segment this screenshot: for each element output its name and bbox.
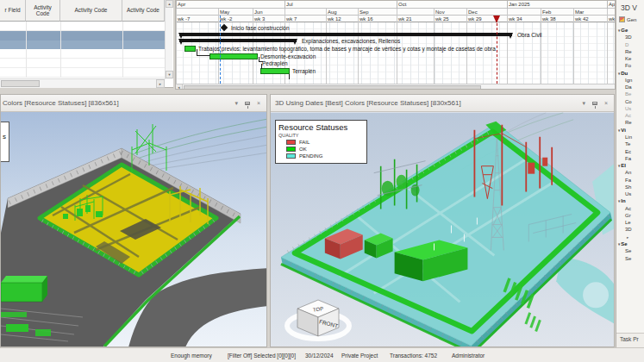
- table-row[interactable]: [0, 68, 165, 78]
- property-row[interactable]: D: [616, 41, 644, 48]
- panel-menu-icon[interactable]: ▾: [582, 95, 585, 111]
- right-3d-panel-header[interactable]: 3D Using Dates [Best] Colors [Resource S…: [271, 95, 614, 112]
- timeline-week-label: wk 38: [542, 16, 556, 22]
- property-row[interactable]: Se: [616, 247, 644, 254]
- right-3d-viewport[interactable]: Resource Statuses QUALITY FAILOKPENDING …: [271, 112, 614, 346]
- panel-pin-icon[interactable]: [245, 102, 250, 105]
- property-row[interactable]: Co: [616, 98, 644, 105]
- property-row[interactable]: Re: [616, 48, 644, 55]
- status-color-swatch: [286, 153, 296, 159]
- deadline-line: [497, 23, 497, 84]
- month-gridline: [573, 9, 574, 84]
- timeline-month-label: Jun: [254, 9, 263, 15]
- property-row[interactable]: Lin: [616, 134, 644, 140]
- property-row[interactable]: Us: [616, 105, 644, 112]
- column-header[interactable]: Activity Code: [60, 0, 122, 22]
- expand-icon[interactable]: ▾: [618, 242, 620, 247]
- scroll-left-icon[interactable]: ◂: [176, 84, 183, 90]
- table-vertical-scrollbar[interactable]: ▲ ▼: [165, 0, 172, 79]
- tab-general[interactable]: Gen: [619, 16, 636, 22]
- column-header[interactable]: Activity Code: [26, 0, 60, 22]
- panel-menu-icon[interactable]: ▾: [234, 95, 238, 111]
- expand-icon[interactable]: ▾: [618, 28, 620, 33]
- property-group[interactable]: ▾Se: [616, 240, 644, 247]
- property-row[interactable]: 3D: [616, 34, 644, 41]
- view-cube[interactable]: TOP FRONT: [283, 293, 353, 345]
- property-row[interactable]: Be: [616, 90, 644, 97]
- left-3d-viewport[interactable]: s: [1, 112, 266, 346]
- property-group[interactable]: ▾In: [616, 197, 644, 204]
- timeline-month-label: Dec: [468, 9, 478, 15]
- substation-3d-scene-actual[interactable]: [1, 112, 266, 346]
- table-row[interactable]: [0, 59, 165, 68]
- property-row[interactable]: Gr: [616, 212, 644, 219]
- table-horizontal-scrollbar[interactable]: ▸: [0, 78, 165, 88]
- activity-table-body[interactable]: [0, 22, 165, 78]
- month-gridline: [541, 9, 541, 84]
- property-row[interactable]: ▸: [616, 234, 644, 240]
- timeline-week-label: wk 12: [328, 16, 341, 22]
- property-row[interactable]: Te: [616, 140, 644, 147]
- legend-item: FAIL: [286, 140, 364, 145]
- property-row[interactable]: Ec: [616, 148, 644, 155]
- scroll-down-icon[interactable]: ▼: [166, 71, 173, 78]
- panel-pin-icon[interactable]: [592, 102, 597, 105]
- panel-close-icon[interactable]: ×: [604, 95, 608, 111]
- scroll-thumb[interactable]: [1, 80, 40, 87]
- scroll-right-icon[interactable]: ▸: [156, 79, 165, 88]
- property-row[interactable]: Sh: [616, 184, 644, 190]
- property-row[interactable]: Ign: [616, 77, 644, 84]
- column-header[interactable]: r Field: [0, 0, 26, 22]
- task-bar[interactable]: [209, 53, 258, 59]
- property-row[interactable]: An: [616, 169, 644, 176]
- property-row[interactable]: Ac: [616, 205, 644, 212]
- property-group[interactable]: ▾El: [616, 162, 644, 169]
- property-row[interactable]: Fa: [616, 177, 644, 184]
- property-row[interactable]: Ke: [616, 55, 644, 62]
- property-row[interactable]: Se: [616, 255, 644, 262]
- property-row[interactable]: Da: [616, 84, 644, 90]
- expand-icon[interactable]: ▾: [618, 199, 620, 203]
- tab-task-properties[interactable]: Task Pr: [616, 333, 644, 347]
- property-row[interactable]: Le: [616, 219, 644, 226]
- property-row[interactable]: Fa: [616, 155, 644, 162]
- property-group[interactable]: ▾Ge: [616, 27, 644, 34]
- status-color-swatch: [286, 140, 296, 145]
- left-3d-panel-header[interactable]: Colors [Resource Statuses] [836x561] ▾ ×: [1, 95, 266, 112]
- gantt-chart[interactable]: AprJulOctJan 2025Ap MayJunAugSepNovDecFe…: [175, 0, 616, 90]
- scroll-up-icon[interactable]: ▲: [166, 0, 173, 8]
- property-row[interactable]: Re: [616, 119, 644, 126]
- gantt-horizontal-scrollbar[interactable]: ◂: [176, 84, 615, 90]
- timeline-month-label: Nov: [435, 9, 445, 15]
- property-row[interactable]: Ac: [616, 112, 644, 119]
- timeline-week-label: wk: [609, 16, 615, 22]
- table-row[interactable]: [0, 49, 165, 59]
- summary-bar[interactable]: [179, 33, 512, 36]
- panel-close-icon[interactable]: ×: [257, 95, 260, 111]
- summary-bar[interactable]: [179, 39, 297, 42]
- expand-icon[interactable]: ▾: [618, 128, 620, 133]
- property-row[interactable]: Us: [616, 190, 644, 197]
- table-row[interactable]: [0, 31, 165, 41]
- collapsed-icon[interactable]: ▸: [627, 235, 628, 240]
- legend-item: OK: [286, 147, 364, 152]
- timeline-week-label: wk 16: [360, 16, 373, 22]
- property-group[interactable]: ▾Du: [616, 70, 644, 77]
- property-group[interactable]: ▾Vi: [616, 127, 644, 134]
- table-row[interactable]: [0, 41, 165, 50]
- property-row[interactable]: Fo: [616, 62, 644, 69]
- task-link-line: [289, 74, 290, 79]
- quarter-gridline: [284, 1, 285, 9]
- scroll-thumb[interactable]: [184, 85, 481, 90]
- property-row[interactable]: 3D: [616, 226, 644, 233]
- column-header[interactable]: Activity Code: [122, 0, 165, 22]
- task-bar[interactable]: [184, 46, 196, 52]
- expand-icon[interactable]: ▾: [618, 72, 620, 76]
- timeline-quarter-label: Jul: [286, 2, 293, 7]
- quarter-gridline: [607, 1, 608, 9]
- expand-icon[interactable]: ▾: [618, 164, 620, 168]
- column-divider: [26, 22, 27, 78]
- status-item: [Filter Off] Selected [0][0][0]: [228, 353, 296, 359]
- task-bar[interactable]: [260, 68, 290, 74]
- table-row[interactable]: [0, 22, 165, 31]
